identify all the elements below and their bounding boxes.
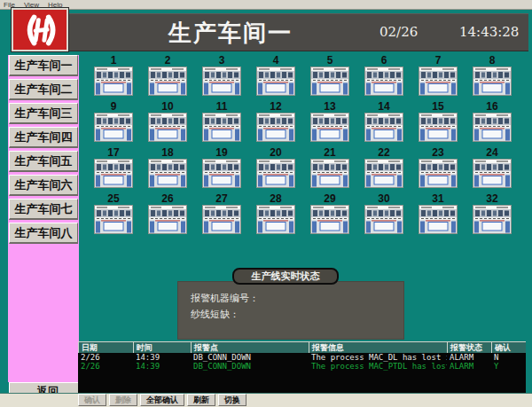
menu-bar: FileViewHelp xyxy=(0,0,532,10)
knitting-machine-icon xyxy=(148,159,187,188)
machine-8[interactable]: 8 xyxy=(473,55,512,96)
machine-28[interactable]: 28 xyxy=(256,193,295,234)
alarm-cell-message: The process MAC_DL has lost its d... xyxy=(309,353,447,362)
toolbar-button-3[interactable]: 刷新 xyxy=(187,394,215,406)
knitting-machine-icon xyxy=(148,113,187,142)
machine-number: 32 xyxy=(486,193,497,205)
toolbar-button-4[interactable]: 切换 xyxy=(218,394,246,406)
knitting-machine-icon xyxy=(364,67,403,96)
machine-9[interactable]: 9 xyxy=(94,101,133,142)
machine-number: 5 xyxy=(327,55,333,67)
machine-17[interactable]: 17 xyxy=(94,147,133,188)
knitting-machine-icon xyxy=(473,67,512,96)
machine-20[interactable]: 20 xyxy=(256,147,295,188)
alarm-col-header-2: 报警点 xyxy=(191,342,309,353)
machine-7[interactable]: 7 xyxy=(419,55,458,96)
alarm-row[interactable]: 2/2614:39DB_CONN_DOWNThe process MAC_DL … xyxy=(78,353,526,362)
machine-32[interactable]: 32 xyxy=(473,193,512,234)
machine-29[interactable]: 29 xyxy=(310,193,349,234)
machine-18[interactable]: 18 xyxy=(148,147,187,188)
machine-number: 11 xyxy=(216,101,228,113)
alarm-cell-time: 14:39 xyxy=(133,362,191,371)
machine-1[interactable]: 1 xyxy=(94,55,133,96)
alarm-cell-message: The process MAC_PTDL has lost its ... xyxy=(309,362,447,371)
machine-19[interactable]: 19 xyxy=(202,147,241,188)
knitting-machine-icon xyxy=(310,159,349,188)
knitting-machine-icon xyxy=(473,159,512,188)
sidebar-item-workshop-7[interactable]: 生产车间七 xyxy=(9,199,78,220)
machine-12[interactable]: 12 xyxy=(256,101,295,142)
machine-2[interactable]: 2 xyxy=(148,55,187,96)
machine-11[interactable]: 11 xyxy=(202,101,241,142)
machine-27[interactable]: 27 xyxy=(202,193,241,234)
knitting-machine-icon xyxy=(310,113,349,142)
sidebar-item-workshop-2[interactable]: 生产车间二 xyxy=(9,79,78,100)
machine-number: 27 xyxy=(215,193,227,205)
sidebar-item-workshop-6[interactable]: 生产车间六 xyxy=(9,175,78,196)
machine-30[interactable]: 30 xyxy=(364,193,403,234)
knitting-machine-icon xyxy=(364,159,403,188)
toolbar-button-0: 确认 xyxy=(78,394,106,406)
knitting-machine-icon xyxy=(94,205,133,234)
machine-26[interactable]: 26 xyxy=(148,193,187,234)
sidebar-item-workshop-1[interactable]: 生产车间一 xyxy=(9,55,78,76)
machine-number: 17 xyxy=(107,147,119,159)
machine-number: 19 xyxy=(215,147,227,159)
machine-15[interactable]: 15 xyxy=(419,101,458,142)
sidebar-item-workshop-3[interactable]: 生产车间三 xyxy=(9,103,78,124)
toolbar-button-2[interactable]: 全部确认 xyxy=(140,394,184,406)
knitting-machine-icon xyxy=(148,205,187,234)
knitting-machine-icon xyxy=(94,67,133,96)
machine-10[interactable]: 10 xyxy=(148,101,187,142)
company-logo xyxy=(12,8,68,51)
header-clock: 14:43:28 xyxy=(459,24,530,40)
machine-number: 23 xyxy=(432,147,443,159)
machine-number: 4 xyxy=(273,55,279,67)
machine-13[interactable]: 13 xyxy=(310,101,349,142)
knitting-machine-icon xyxy=(94,159,133,188)
machine-4[interactable]: 4 xyxy=(256,55,295,96)
machine-number: 24 xyxy=(486,147,497,159)
status-panel-title: 生产线实时状态 xyxy=(232,268,339,285)
sidebar-item-workshop-8[interactable]: 生产车间八 xyxy=(9,223,78,244)
knitting-machine-icon xyxy=(94,113,133,142)
knitting-machine-icon xyxy=(419,113,458,142)
machine-number: 21 xyxy=(324,147,335,159)
alarm-cell-ack: N xyxy=(491,353,526,362)
machine-grid: 1234567891011121314151617181920212223242… xyxy=(94,55,512,234)
machine-number: 28 xyxy=(270,193,281,205)
machine-16[interactable]: 16 xyxy=(473,101,512,142)
machine-24[interactable]: 24 xyxy=(473,147,512,188)
knitting-machine-icon xyxy=(202,159,241,188)
machine-21[interactable]: 21 xyxy=(310,147,349,188)
sidebar-item-workshop-5[interactable]: 生产车间五 xyxy=(9,151,78,172)
machine-14[interactable]: 14 xyxy=(364,101,403,142)
alarm-col-header-4: 报警状态 xyxy=(447,342,491,353)
knitting-machine-icon xyxy=(256,113,295,142)
knitting-machine-icon xyxy=(256,159,295,188)
machine-23[interactable]: 23 xyxy=(419,147,458,188)
alarm-cell-status: ALARM xyxy=(447,362,491,371)
machine-22[interactable]: 22 xyxy=(364,147,403,188)
machine-31[interactable]: 31 xyxy=(419,193,458,234)
knitting-machine-icon xyxy=(364,205,403,234)
machine-5[interactable]: 5 xyxy=(310,55,349,96)
logo-h-icon xyxy=(17,12,63,48)
knitting-machine-icon xyxy=(310,67,349,96)
machine-6[interactable]: 6 xyxy=(364,55,403,96)
machine-number: 2 xyxy=(165,55,171,67)
machine-number: 25 xyxy=(107,193,119,205)
machine-number: 31 xyxy=(432,193,443,205)
machine-number: 30 xyxy=(378,193,389,205)
alarm-table[interactable]: 日期时间报警点报警信息报警状态确认 2/2614:39DB_CONN_DOWNT… xyxy=(78,341,526,393)
alarm-col-header-1: 时间 xyxy=(133,342,191,353)
toolbar-button-1: 删除 xyxy=(109,394,137,406)
alarm-toolbar: 确认删除全部确认刷新切换 xyxy=(78,394,246,406)
alarm-row[interactable]: 2/2614:39DB_CONN_DOWNThe process MAC_PTD… xyxy=(78,362,526,371)
machine-3[interactable]: 3 xyxy=(202,55,241,96)
machine-number: 7 xyxy=(435,55,442,67)
machine-number: 22 xyxy=(378,147,389,159)
sidebar-item-workshop-4[interactable]: 生产车间四 xyxy=(9,127,78,148)
knitting-machine-icon xyxy=(473,205,512,234)
machine-25[interactable]: 25 xyxy=(94,193,133,234)
